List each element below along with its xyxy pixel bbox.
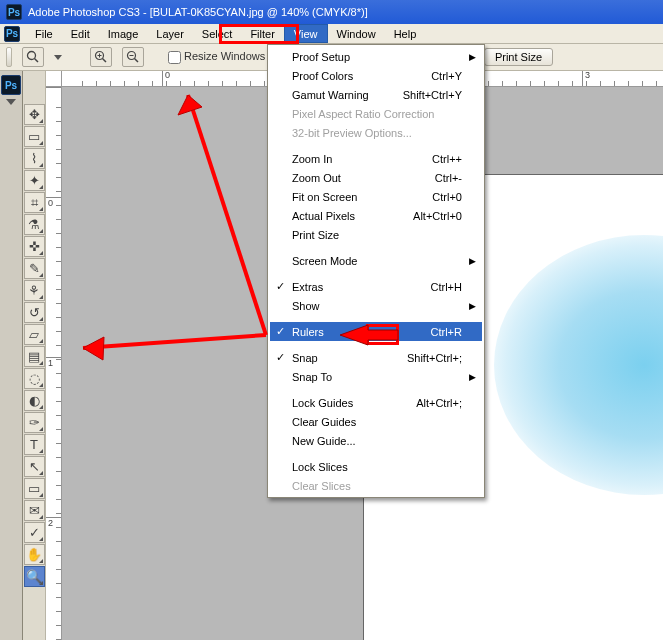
menu-item-label: 32-bit Preview Options... <box>292 127 412 139</box>
menu-item-print-size[interactable]: Print Size <box>270 225 482 244</box>
menu-item-label: New Guide... <box>292 435 356 447</box>
tool-dodge[interactable]: ◐ <box>24 390 45 411</box>
menu-file[interactable]: File <box>26 24 62 43</box>
menu-item-label: Gamut Warning <box>292 89 369 101</box>
tool-notes[interactable]: ✉ <box>24 500 45 521</box>
menu-item-actual-pixels[interactable]: Actual PixelsAlt+Ctrl+0 <box>270 206 482 225</box>
menu-item-label: Pixel Aspect Ratio Correction <box>292 108 434 120</box>
title-bar: Ps Adobe Photoshop CS3 - [BULAT-0K85CYAN… <box>0 0 663 24</box>
submenu-arrow-icon: ▶ <box>469 52 476 62</box>
tool-move[interactable]: ✥ <box>24 104 45 125</box>
tool-shape[interactable]: ▭ <box>24 478 45 499</box>
menu-item-shortcut: Shift+Ctrl+Y <box>389 89 462 101</box>
expand-arrow-icon[interactable] <box>6 99 16 105</box>
menu-separator <box>272 145 480 146</box>
tool-gradient[interactable]: ▤ <box>24 346 45 367</box>
zoom-in-icon[interactable] <box>90 47 112 67</box>
tool-eraser[interactable]: ▱ <box>24 324 45 345</box>
submenu-arrow-icon: ▶ <box>469 372 476 382</box>
ruler-vertical[interactable]: 012 <box>46 87 62 640</box>
menu-item-lock-guides[interactable]: Lock GuidesAlt+Ctrl+; <box>270 393 482 412</box>
menu-item-label: Rulers <box>292 326 324 338</box>
menu-window[interactable]: Window <box>328 24 385 43</box>
tool-eyedropper[interactable]: ✓ <box>24 522 45 543</box>
menu-separator <box>272 247 480 248</box>
annotation-box-arrow <box>366 324 399 345</box>
menu-item-snap-to[interactable]: Snap To▶ <box>270 367 482 386</box>
menu-item-proof-colors[interactable]: Proof ColorsCtrl+Y <box>270 66 482 85</box>
tool-history-brush[interactable]: ↺ <box>24 302 45 323</box>
tool-pen[interactable]: ✑ <box>24 412 45 433</box>
menu-item-shortcut: Alt+Ctrl+; <box>402 397 462 409</box>
menu-item-label: Snap <box>292 352 318 364</box>
menu-item-label: Zoom Out <box>292 172 341 184</box>
menu-item-label: Lock Slices <box>292 461 348 473</box>
menu-item-extras[interactable]: ✓ExtrasCtrl+H <box>270 277 482 296</box>
menu-item-fit-on-screen[interactable]: Fit on ScreenCtrl+0 <box>270 187 482 206</box>
menu-separator <box>272 273 480 274</box>
menu-edit[interactable]: Edit <box>62 24 99 43</box>
menu-image[interactable]: Image <box>99 24 148 43</box>
menu-separator <box>272 318 480 319</box>
submenu-arrow-icon: ▶ <box>469 301 476 311</box>
menu-item-proof-setup[interactable]: Proof Setup▶ <box>270 47 482 66</box>
tool-brush[interactable]: ✎ <box>24 258 45 279</box>
tool-crop[interactable]: ⌗ <box>24 192 45 213</box>
tool-healing[interactable]: ✜ <box>24 236 45 257</box>
menu-item-gamut-warning[interactable]: Gamut WarningShift+Ctrl+Y <box>270 85 482 104</box>
tool-blur[interactable]: ◌ <box>24 368 45 389</box>
tool-path-select[interactable]: ↖ <box>24 456 45 477</box>
menu-item-zoom-in[interactable]: Zoom InCtrl++ <box>270 149 482 168</box>
menu-item-shortcut: Alt+Ctrl+0 <box>399 210 462 222</box>
check-icon: ✓ <box>276 325 285 338</box>
menu-item-screen-mode[interactable]: Screen Mode▶ <box>270 251 482 270</box>
ps-badge-icon: Ps <box>1 75 21 95</box>
options-grip[interactable] <box>6 47 12 67</box>
check-icon: ✓ <box>276 280 285 293</box>
svg-line-8 <box>135 59 139 63</box>
menu-item-label: Extras <box>292 281 323 293</box>
tool-hand[interactable]: ✋ <box>24 544 45 565</box>
tool-lasso[interactable]: ⌇ <box>24 148 45 169</box>
menu-item-label: Fit on Screen <box>292 191 357 203</box>
menu-item-snap[interactable]: ✓SnapShift+Ctrl+; <box>270 348 482 367</box>
tool-stamp[interactable]: ⚘ <box>24 280 45 301</box>
menu-bar: Ps File Edit Image Layer Select Filter V… <box>0 24 663 44</box>
menu-item-shortcut: Ctrl+- <box>421 172 462 184</box>
tool-slice[interactable]: ⚗ <box>24 214 45 235</box>
menu-separator <box>272 453 480 454</box>
toolbox: ✥▭⌇✦⌗⚗✜✎⚘↺▱▤◌◐✑T↖▭✉✓✋🔍 <box>23 71 46 640</box>
app-icon-small: Ps <box>4 26 20 42</box>
menu-item-pixel-aspect-ratio-correction: Pixel Aspect Ratio Correction <box>270 104 482 123</box>
menu-item-zoom-out[interactable]: Zoom OutCtrl+- <box>270 168 482 187</box>
svg-line-1 <box>35 59 39 63</box>
menu-item-label: Clear Guides <box>292 416 356 428</box>
tool-wand[interactable]: ✦ <box>24 170 45 191</box>
tool-marquee[interactable]: ▭ <box>24 126 45 147</box>
tool-zoom[interactable]: 🔍 <box>24 566 45 587</box>
ruler-origin[interactable] <box>46 71 62 87</box>
svg-point-0 <box>28 52 36 60</box>
zoom-tool-icon[interactable] <box>22 47 44 67</box>
print-size-button[interactable]: Print Size <box>484 48 553 66</box>
menu-item-shortcut: Ctrl+R <box>417 326 462 338</box>
menu-item-show[interactable]: Show▶ <box>270 296 482 315</box>
menu-item-lock-slices[interactable]: Lock Slices <box>270 457 482 476</box>
menu-item-clear-guides[interactable]: Clear Guides <box>270 412 482 431</box>
check-icon: ✓ <box>276 351 285 364</box>
menu-item-shortcut: Ctrl+Y <box>417 70 462 82</box>
menu-item-new-guide[interactable]: New Guide... <box>270 431 482 450</box>
menu-item-label: Zoom In <box>292 153 332 165</box>
menu-item-label: Proof Colors <box>292 70 353 82</box>
menu-item-label: Show <box>292 300 320 312</box>
menu-help[interactable]: Help <box>385 24 426 43</box>
palette-well: Ps <box>0 71 23 640</box>
menu-item-shortcut: Ctrl+0 <box>418 191 462 203</box>
menu-item-label: Lock Guides <box>292 397 353 409</box>
menu-layer[interactable]: Layer <box>147 24 193 43</box>
tool-type[interactable]: T <box>24 434 45 455</box>
zoom-out-icon[interactable] <box>122 47 144 67</box>
view-menu-dropdown: Proof Setup▶Proof ColorsCtrl+YGamut Warn… <box>267 44 485 498</box>
menu-item-label: Snap To <box>292 371 332 383</box>
dropdown-arrow-icon[interactable] <box>54 55 62 60</box>
